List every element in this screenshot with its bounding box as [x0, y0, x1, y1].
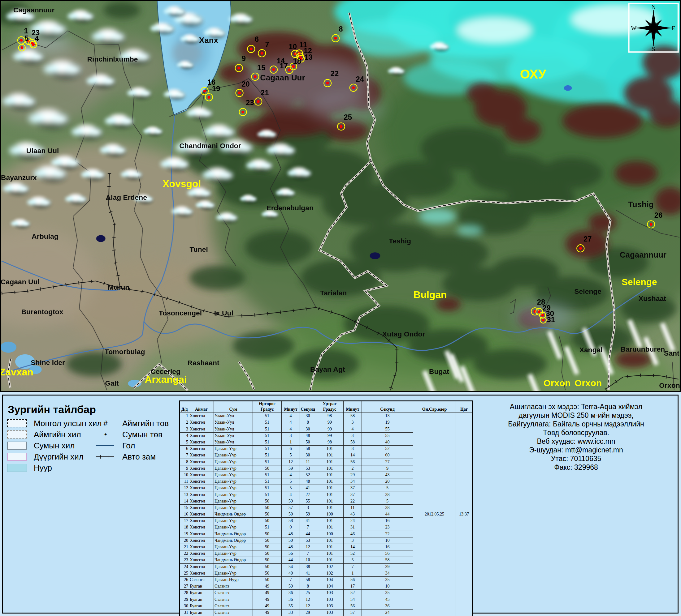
table-cell: 33 [282, 609, 300, 616]
table-cell: 51 [253, 413, 282, 419]
fire-marker-number: 31 [547, 315, 555, 324]
table-cell: 100 [316, 511, 344, 518]
table-cell: 29 [180, 596, 189, 603]
table-cell: Улаан-Уул [214, 439, 253, 445]
table-cell: Цагаан-Үүр [214, 446, 253, 452]
table-header-cell: Өргөрөг [253, 401, 282, 406]
legend-item: #Аймгийн төв [96, 418, 169, 429]
table-cell: 50 [253, 504, 282, 511]
table-cell: 3 [282, 432, 300, 439]
table-cell: 41 [300, 518, 316, 524]
table-cell: 48 [300, 432, 316, 439]
table-cell: Сэлэнгэ [214, 609, 253, 616]
aimag-label: Arxangai [145, 374, 187, 385]
legend-label: Монгол улсын хил [34, 419, 102, 428]
table-cell: 6 [282, 446, 300, 452]
table-cell: 14 [344, 544, 362, 550]
legend-swatch-sum [7, 441, 27, 450]
table-cell: 36 [282, 596, 300, 603]
place-label: Teshig [389, 237, 411, 245]
table-cell: 8 [300, 419, 316, 426]
table-cell: 43 [362, 472, 413, 478]
table-cell: 101 [316, 544, 344, 550]
table-cell: 31 [180, 609, 189, 616]
table-cell: 1 [180, 413, 189, 419]
table-cell: 101 [316, 465, 344, 472]
table-header-cell: Градус [316, 406, 344, 413]
table-cell: 54 [344, 596, 362, 603]
table-cell: 5 [282, 478, 300, 485]
table-cell: Цагаан-Үүр [214, 518, 253, 524]
fire-marker-number: 22 [331, 69, 339, 78]
table-cell: 59 [300, 511, 316, 518]
table-cell: 52 [300, 472, 316, 478]
table-cell: 53 [300, 537, 316, 544]
table-cell: 35 [362, 590, 413, 596]
table-cell: Хөвсгөл [189, 439, 214, 445]
table-cell: 8 [300, 583, 316, 590]
table-cell: 4 [282, 491, 300, 498]
table-cell: 7 [300, 524, 316, 531]
table-cell: 24 [362, 609, 413, 616]
info-line: Ашигласан эх мэдээ: Terra-Aqua хиймэл [475, 402, 678, 411]
table-cell: Сэлэнгэ [214, 596, 253, 603]
legend-label: Аймгийн хил [34, 430, 81, 439]
table-cell: 20 [180, 537, 189, 544]
table-cell: Сэлэнгэ [214, 583, 253, 590]
table-cell: 11 [344, 504, 362, 511]
table-cell: Цагаан-Үүр [214, 551, 253, 557]
table-cell: 35 [282, 603, 300, 609]
table-cell: 103 [316, 590, 344, 596]
table-cell: 99 [316, 432, 344, 439]
legend-label: Авто зам [122, 452, 156, 462]
table-cell: 5 [180, 439, 189, 445]
table-cell: 20 [362, 478, 413, 485]
table-header-cell [282, 401, 300, 406]
table-cell: 10 [362, 537, 413, 544]
table-cell: 16 [362, 518, 413, 524]
table-cell: 56 [362, 551, 413, 557]
table-cell: 60 [362, 452, 413, 459]
table-cell: 4 [282, 413, 300, 419]
table-cell: 15 [180, 504, 189, 511]
legend-item: •Сумын төв [96, 429, 169, 440]
fire-marker-number: 13 [304, 53, 313, 61]
fire-marker-number: 10 [288, 43, 297, 51]
table-cell: 38 [362, 491, 413, 498]
table-cell: 34 [344, 478, 362, 485]
table-cell: 103 [316, 596, 344, 603]
table-cell: Цагаан-Үүр [214, 498, 253, 504]
place-label: Ix Uul [214, 309, 233, 317]
table-cell: 51 [253, 432, 282, 439]
table-cell: 51 [253, 419, 282, 426]
table-cell: 44 [282, 557, 300, 563]
info-line: Төвд боловсруулав. [475, 428, 678, 437]
table-cell: 44 [300, 531, 316, 537]
legend-item: Дүүргийн хил [7, 451, 102, 462]
table-cell: 101 [316, 518, 344, 524]
table-cell: Улаан-Уул [214, 432, 253, 439]
table-cell: 2 [180, 419, 189, 426]
table-cell: 58 [300, 446, 316, 452]
table-cell: 5 [344, 557, 362, 563]
table-cell: 14 [180, 498, 189, 504]
table-cell: 102 [316, 563, 344, 570]
table-header-cell [413, 401, 456, 406]
table-cell: 48 [282, 544, 300, 550]
table-cell: 51 [253, 478, 282, 485]
place-label: Cagaan Uur [260, 73, 305, 82]
table-cell: 3 [344, 419, 362, 426]
table-cell: 56 [344, 459, 362, 465]
table-cell: 23 [180, 557, 189, 563]
info-line: Факс: 329968 [475, 463, 678, 472]
table-cell: Чандмань Өндөр [214, 511, 253, 518]
table-cell: Хөвсгөл [189, 557, 214, 563]
legend-label: Нуур [34, 463, 52, 473]
table-header-cell: Минут [282, 406, 300, 413]
table-cell: 13 [180, 491, 189, 498]
table-cell: Сэлэнгэ [214, 590, 253, 596]
table-cell: 27 [362, 459, 413, 465]
table-cell: 29 [300, 609, 316, 616]
table-cell: 3 [344, 537, 362, 544]
hotspot-table: ӨргөрөгУртрагД/дАймагСумГрадусМинутСекун… [180, 401, 472, 616]
